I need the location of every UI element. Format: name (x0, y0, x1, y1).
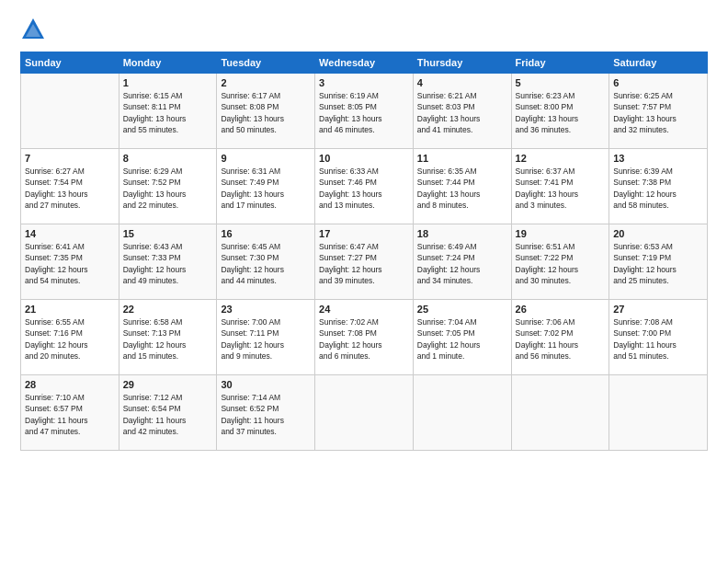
day-cell: 7Sunrise: 6:27 AM Sunset: 7:54 PM Daylig… (21, 149, 119, 224)
day-info: Sunrise: 6:43 AM Sunset: 7:33 PM Dayligh… (123, 241, 213, 286)
day-number: 11 (417, 153, 507, 164)
day-number: 1 (123, 77, 213, 88)
day-number: 20 (613, 228, 703, 239)
day-cell: 20Sunrise: 6:53 AM Sunset: 7:19 PM Dayli… (609, 224, 708, 300)
col-header-tuesday: Tuesday (217, 52, 315, 74)
day-info: Sunrise: 6:27 AM Sunset: 7:54 PM Dayligh… (25, 166, 115, 211)
day-info: Sunrise: 7:02 AM Sunset: 7:08 PM Dayligh… (319, 316, 409, 362)
header (20, 17, 708, 42)
day-number: 30 (221, 379, 311, 390)
col-header-wednesday: Wednesday (315, 52, 414, 74)
day-cell: 6Sunrise: 6:25 AM Sunset: 7:57 PM Daylig… (609, 74, 708, 149)
week-row-2: 7Sunrise: 6:27 AM Sunset: 7:54 PM Daylig… (21, 149, 708, 224)
day-cell: 26Sunrise: 7:06 AM Sunset: 7:02 PM Dayli… (511, 300, 609, 375)
day-cell: 22Sunrise: 6:58 AM Sunset: 7:13 PM Dayli… (119, 300, 217, 375)
day-number: 14 (25, 228, 115, 239)
day-info: Sunrise: 7:06 AM Sunset: 7:02 PM Dayligh… (516, 316, 606, 362)
day-info: Sunrise: 6:47 AM Sunset: 7:27 PM Dayligh… (319, 241, 409, 286)
day-info: Sunrise: 6:29 AM Sunset: 7:52 PM Dayligh… (123, 166, 213, 211)
week-row-1: 1Sunrise: 6:15 AM Sunset: 8:11 PM Daylig… (21, 74, 708, 149)
day-info: Sunrise: 7:04 AM Sunset: 7:05 PM Dayligh… (417, 316, 507, 362)
day-number: 23 (221, 304, 311, 315)
day-number: 12 (516, 153, 606, 164)
day-number: 3 (319, 77, 409, 88)
day-cell (511, 375, 609, 451)
day-info: Sunrise: 6:58 AM Sunset: 7:13 PM Dayligh… (123, 316, 213, 362)
day-info: Sunrise: 6:23 AM Sunset: 8:00 PM Dayligh… (516, 90, 606, 135)
day-cell: 18Sunrise: 6:49 AM Sunset: 7:24 PM Dayli… (413, 224, 511, 300)
day-number: 27 (613, 304, 703, 315)
day-number: 16 (221, 228, 311, 239)
col-header-monday: Monday (119, 52, 217, 74)
day-number: 18 (417, 228, 507, 239)
day-cell: 9Sunrise: 6:31 AM Sunset: 7:49 PM Daylig… (217, 149, 315, 224)
day-number: 9 (221, 153, 311, 164)
day-cell (609, 375, 708, 451)
day-cell: 17Sunrise: 6:47 AM Sunset: 7:27 PM Dayli… (315, 224, 414, 300)
day-info: Sunrise: 6:51 AM Sunset: 7:22 PM Dayligh… (516, 241, 606, 286)
day-cell: 11Sunrise: 6:35 AM Sunset: 7:44 PM Dayli… (413, 149, 511, 224)
day-number: 28 (25, 379, 115, 390)
logo-icon (20, 17, 46, 42)
day-info: Sunrise: 6:45 AM Sunset: 7:30 PM Dayligh… (221, 241, 311, 286)
day-cell: 2Sunrise: 6:17 AM Sunset: 8:08 PM Daylig… (217, 74, 315, 149)
day-number: 24 (319, 304, 409, 315)
day-cell: 29Sunrise: 7:12 AM Sunset: 6:54 PM Dayli… (119, 375, 217, 451)
day-cell: 5Sunrise: 6:23 AM Sunset: 8:00 PM Daylig… (511, 74, 609, 149)
day-info: Sunrise: 6:49 AM Sunset: 7:24 PM Dayligh… (417, 241, 507, 286)
day-number: 21 (25, 304, 115, 315)
day-number: 22 (123, 304, 213, 315)
day-cell: 21Sunrise: 6:55 AM Sunset: 7:16 PM Dayli… (21, 300, 119, 375)
day-cell: 14Sunrise: 6:41 AM Sunset: 7:35 PM Dayli… (21, 224, 119, 300)
day-number: 10 (319, 153, 409, 164)
day-number: 8 (123, 153, 213, 164)
day-cell (315, 375, 414, 451)
day-info: Sunrise: 6:17 AM Sunset: 8:08 PM Dayligh… (221, 90, 311, 135)
col-header-sunday: Sunday (21, 52, 119, 74)
day-info: Sunrise: 6:19 AM Sunset: 8:05 PM Dayligh… (319, 90, 409, 135)
day-cell: 10Sunrise: 6:33 AM Sunset: 7:46 PM Dayli… (315, 149, 414, 224)
col-header-saturday: Saturday (609, 52, 708, 74)
day-info: Sunrise: 6:41 AM Sunset: 7:35 PM Dayligh… (25, 241, 115, 286)
day-cell: 25Sunrise: 7:04 AM Sunset: 7:05 PM Dayli… (413, 300, 511, 375)
day-cell: 1Sunrise: 6:15 AM Sunset: 8:11 PM Daylig… (119, 74, 217, 149)
day-number: 25 (417, 304, 507, 315)
day-cell: 30Sunrise: 7:14 AM Sunset: 6:52 PM Dayli… (217, 375, 315, 451)
day-cell: 4Sunrise: 6:21 AM Sunset: 8:03 PM Daylig… (413, 74, 511, 149)
calendar-table: SundayMondayTuesdayWednesdayThursdayFrid… (20, 52, 708, 451)
day-info: Sunrise: 6:31 AM Sunset: 7:49 PM Dayligh… (221, 166, 311, 211)
day-info: Sunrise: 7:10 AM Sunset: 6:57 PM Dayligh… (25, 392, 115, 437)
day-number: 6 (613, 77, 703, 88)
day-cell: 28Sunrise: 7:10 AM Sunset: 6:57 PM Dayli… (21, 375, 119, 451)
day-number: 5 (516, 77, 606, 88)
col-header-thursday: Thursday (413, 52, 511, 74)
page: SundayMondayTuesdayWednesdayThursdayFrid… (0, 0, 728, 563)
day-info: Sunrise: 6:35 AM Sunset: 7:44 PM Dayligh… (417, 166, 507, 211)
day-info: Sunrise: 6:33 AM Sunset: 7:46 PM Dayligh… (319, 166, 409, 211)
day-number: 15 (123, 228, 213, 239)
day-number: 7 (25, 153, 115, 164)
day-info: Sunrise: 7:00 AM Sunset: 7:11 PM Dayligh… (221, 316, 311, 362)
day-number: 19 (516, 228, 606, 239)
header-row: SundayMondayTuesdayWednesdayThursdayFrid… (21, 52, 708, 74)
logo (20, 17, 50, 42)
day-info: Sunrise: 6:39 AM Sunset: 7:38 PM Dayligh… (613, 166, 703, 211)
day-info: Sunrise: 6:21 AM Sunset: 8:03 PM Dayligh… (417, 90, 507, 135)
day-number: 2 (221, 77, 311, 88)
day-cell (21, 74, 119, 149)
day-number: 4 (417, 77, 507, 88)
day-cell: 15Sunrise: 6:43 AM Sunset: 7:33 PM Dayli… (119, 224, 217, 300)
week-row-5: 28Sunrise: 7:10 AM Sunset: 6:57 PM Dayli… (21, 375, 708, 451)
day-info: Sunrise: 6:37 AM Sunset: 7:41 PM Dayligh… (516, 166, 606, 211)
day-cell (413, 375, 511, 451)
week-row-3: 14Sunrise: 6:41 AM Sunset: 7:35 PM Dayli… (21, 224, 708, 300)
day-info: Sunrise: 7:14 AM Sunset: 6:52 PM Dayligh… (221, 392, 311, 437)
day-info: Sunrise: 7:12 AM Sunset: 6:54 PM Dayligh… (123, 392, 213, 437)
day-cell: 3Sunrise: 6:19 AM Sunset: 8:05 PM Daylig… (315, 74, 414, 149)
day-number: 17 (319, 228, 409, 239)
day-number: 29 (123, 379, 213, 390)
week-row-4: 21Sunrise: 6:55 AM Sunset: 7:16 PM Dayli… (21, 300, 708, 375)
day-info: Sunrise: 6:25 AM Sunset: 7:57 PM Dayligh… (613, 90, 703, 135)
day-info: Sunrise: 6:55 AM Sunset: 7:16 PM Dayligh… (25, 316, 115, 362)
day-info: Sunrise: 6:15 AM Sunset: 8:11 PM Dayligh… (123, 90, 213, 135)
